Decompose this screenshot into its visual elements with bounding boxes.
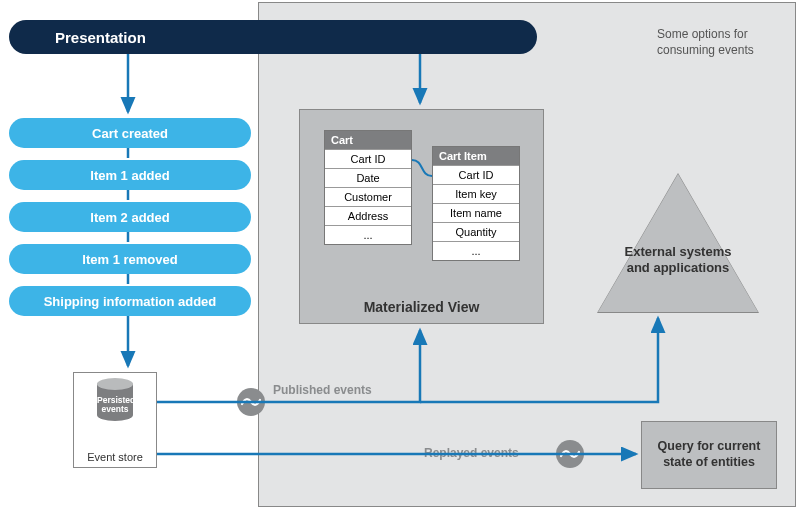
event-pill: Cart created [9,118,251,148]
table-field: Item key [433,184,519,203]
event-pill: Item 1 added [9,160,251,190]
published-events-label: Published events [273,383,372,397]
event-label: Cart created [92,126,168,141]
table-cart: Cart Cart ID Date Customer Address ... [324,130,412,245]
materialized-view-title: Materialized View [300,299,543,315]
event-label: Item 1 removed [82,252,177,267]
event-store-caption: Event store [74,451,156,463]
query-label: Query for current state of entities [648,439,770,470]
event-label: Item 1 added [90,168,169,183]
table-field: Item name [433,203,519,222]
table-field: Quantity [433,222,519,241]
table-field: ... [325,225,411,244]
table-field: Date [325,168,411,187]
table-field: Cart ID [433,165,519,184]
persisted-events-label: Persistedevents [97,396,133,415]
database-icon: Persistedevents [97,379,133,421]
materialized-view-panel: Cart Cart ID Date Customer Address ... C… [299,109,544,324]
event-label: Shipping information added [44,294,217,309]
zone-note: Some options for consuming events [657,27,777,58]
event-label: Item 2 added [90,210,169,225]
external-systems-label: External systems and applications [618,244,738,275]
presentation-title: Presentation [55,29,146,46]
diagram-canvas: Some options for consuming events Presen… [0,0,799,509]
event-pill: Shipping information added [9,286,251,316]
table-field: Customer [325,187,411,206]
external-systems-triangle: External systems and applications [598,174,758,314]
replayed-events-label: Replayed events [424,446,519,460]
table-cart-item: Cart Item Cart ID Item key Item name Qua… [432,146,520,261]
event-pill: Item 1 removed [9,244,251,274]
presentation-header: Presentation [9,20,537,54]
wave-icon [237,388,265,416]
event-pill: Item 2 added [9,202,251,232]
event-store: Persistedevents Event store [73,372,157,468]
table-header: Cart Item [433,147,519,165]
table-field: Address [325,206,411,225]
wave-icon [556,440,584,468]
table-field: Cart ID [325,149,411,168]
table-header: Cart [325,131,411,149]
query-box: Query for current state of entities [641,421,777,489]
table-field: ... [433,241,519,260]
